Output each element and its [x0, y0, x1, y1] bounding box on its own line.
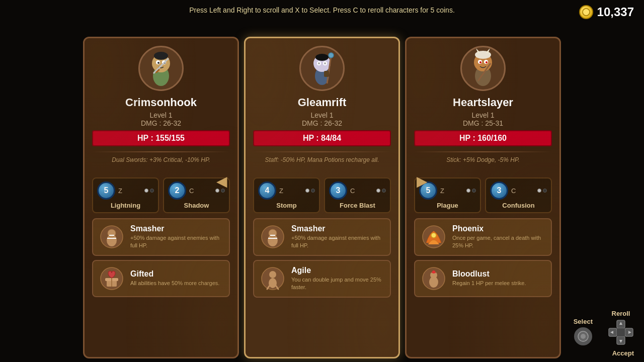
crimsonhook-dmg: DMG : 26-32: [92, 119, 230, 127]
heartslayer-perk-1: BloodlustRegain 1 HP per melee strike.: [414, 260, 552, 297]
heartslayer-ability-1: 3CConfusion: [485, 177, 552, 213]
svg-point-26: [324, 62, 326, 64]
ability-dot: [376, 189, 380, 193]
gleamrift-ability-0-key: Z: [279, 187, 283, 195]
gleamrift-perk-0-desc: +50% damage against enemies with full HP…: [291, 234, 384, 250]
heartslayer-weapon-desc: Stick: +5% Dodge, -5% HP.: [414, 156, 552, 171]
heartslayer-portrait: [460, 46, 506, 91]
gleamrift-perk-0-name: Smasher: [291, 224, 384, 233]
scroll-left-arrow[interactable]: ◀: [216, 173, 227, 190]
gleamrift-ability-1-icon: 3: [329, 182, 347, 200]
instruction-text: Press Left and Right to scroll and X to …: [0, 0, 644, 14]
crimsonhook-ability-0-icon: 5: [97, 182, 115, 200]
ability-dot: [382, 189, 386, 193]
crimsonhook-perk-1: GiftedAll abilities have 50% more charge…: [92, 260, 230, 297]
scroll-right-arrow[interactable]: ▶: [417, 173, 428, 190]
crimsonhook-perk-1-name: Gifted: [130, 269, 223, 279]
svg-point-37: [269, 278, 277, 288]
heartslayer-perk-0-name: Phoenix: [452, 224, 545, 233]
heartslayer-ability-1-name: Confusion: [502, 202, 534, 209]
heartslayer-ability-1-key: C: [511, 187, 516, 195]
ability-dot: [466, 189, 470, 193]
heartslayer-ability-0-name: Plague: [437, 202, 458, 209]
svg-point-56: [432, 270, 435, 274]
heartslayer-perk-1-desc: Regain 1 HP per melee strike.: [452, 280, 545, 287]
svg-point-22: [315, 54, 329, 61]
ability-dot: [543, 189, 547, 193]
gleamrift-ability-1-dots: [376, 189, 386, 193]
gleamrift-ability-0-icon: 4: [258, 182, 276, 200]
card-crimsonhook[interactable]: CrimsonhookLevel 1DMG : 26-32HP : 155/15…: [83, 37, 239, 358]
card-heartslayer[interactable]: HeartslayerLevel 1DMG : 25-31HP : 160/16…: [405, 37, 561, 358]
gleamrift-ability-1-name: Force Blast: [340, 202, 375, 209]
svg-rect-63: [617, 328, 625, 336]
svg-point-52: [431, 233, 436, 238]
cards-container: CrimsonhookLevel 1DMG : 26-32HP : 155/15…: [0, 14, 644, 358]
svg-point-25: [318, 62, 320, 64]
controls-row: Select Reroll: [574, 310, 634, 345]
dpad-icon[interactable]: [608, 319, 634, 345]
crimsonhook-perk-1-desc: All abilities have 50% more charges.: [130, 280, 223, 287]
svg-point-3: [154, 52, 168, 60]
heartslayer-ability-0-dots: [466, 189, 476, 193]
crimsonhook-perk-0-text: Smasher+50% damage against enemies with …: [130, 224, 223, 250]
svg-point-43: [475, 51, 491, 59]
reroll-label: Reroll: [612, 310, 630, 317]
gleamrift-ability-1: 3CForce Blast: [324, 177, 391, 213]
heartslayer-perk-1-icon: [421, 266, 446, 291]
heartslayer-divider-1: [414, 151, 552, 152]
heartslayer-hp: HP : 160/160: [414, 130, 552, 146]
crimsonhook-perk-0-name: Smasher: [130, 224, 223, 233]
crimsonhook-portrait: [138, 46, 184, 91]
crimsonhook-ability-0: 5ZLightning: [92, 177, 159, 213]
gleamrift-abilities: 4ZStomp3CForce Blast: [253, 177, 391, 213]
svg-point-6: [157, 62, 159, 64]
heartslayer-ability-1-dots: [537, 189, 547, 193]
heartslayer-name: Heartslayer: [414, 96, 552, 109]
accept-label: Accept: [612, 349, 634, 357]
gleamrift-perk-1: AgileYou can double jump and move 25% fa…: [253, 260, 391, 298]
select-control: Select: [574, 318, 593, 345]
gleamrift-portrait: [299, 46, 345, 91]
crimsonhook-perk-1-icon: [99, 266, 124, 291]
gleamrift-perk-0: Smasher+50% damage against enemies with …: [253, 218, 391, 256]
gleamrift-ability-0-name: Stomp: [276, 202, 296, 209]
select-label: Select: [574, 318, 593, 325]
reroll-control: Reroll: [608, 310, 634, 345]
svg-point-0: [583, 9, 590, 16]
svg-point-58: [581, 334, 586, 339]
gleamrift-dmg: DMG : 26-32: [253, 119, 391, 127]
crimsonhook-level: Level 1: [92, 111, 230, 119]
crimsonhook-divider-1: [92, 151, 230, 152]
ability-dot: [537, 189, 541, 193]
crimsonhook-name: Crimsonhook: [92, 96, 230, 109]
ability-dot: [472, 189, 476, 193]
svg-rect-29: [324, 71, 329, 77]
crimsonhook-ability-0-dots: [144, 189, 154, 193]
ability-dot: [311, 189, 315, 193]
coin-display: 10,337: [579, 5, 634, 19]
heartslayer-perk-1-text: BloodlustRegain 1 HP per melee strike.: [452, 269, 545, 287]
card-gleamrift[interactable]: GleamriftLevel 1DMG : 26-32HP : 84/84Sta…: [244, 37, 400, 358]
heartslayer-level: Level 1: [414, 111, 552, 119]
gleamrift-perk-1-icon: [260, 266, 285, 291]
crimsonhook-ability-1-icon: 2: [168, 182, 186, 200]
crimsonhook-weapon-desc: Dual Swords: +3% Critical, -10% HP.: [92, 156, 230, 171]
gleamrift-perk-0-text: Smasher+50% damage against enemies with …: [291, 224, 384, 250]
crimsonhook-abilities: 5ZLightning2CShadow: [92, 177, 230, 213]
crimsonhook-ability-1-key: C: [189, 187, 194, 195]
crimsonhook-ability-0-name: Lightning: [111, 202, 140, 209]
heartslayer-perk-0: PhoenixOnce per game, cancel a death wit…: [414, 218, 552, 256]
svg-point-49: [486, 61, 488, 63]
heartslayer-perk-0-text: PhoenixOnce per game, cancel a death wit…: [452, 224, 545, 250]
select-button-icon[interactable]: [574, 327, 592, 345]
svg-point-28: [329, 53, 334, 58]
gleamrift-weapon-desc: Staff: -50% HP, Mana Potions recharge al…: [253, 156, 391, 171]
svg-point-48: [479, 61, 481, 63]
gleamrift-hp: HP : 84/84: [253, 130, 391, 146]
gleamrift-perk-1-desc: You can double jump and move 25% faster.: [291, 276, 384, 292]
gleamrift-ability-1-key: C: [350, 187, 355, 195]
coin-icon: [579, 5, 593, 19]
ability-dot: [144, 189, 148, 193]
gleamrift-divider-1: [253, 151, 391, 152]
